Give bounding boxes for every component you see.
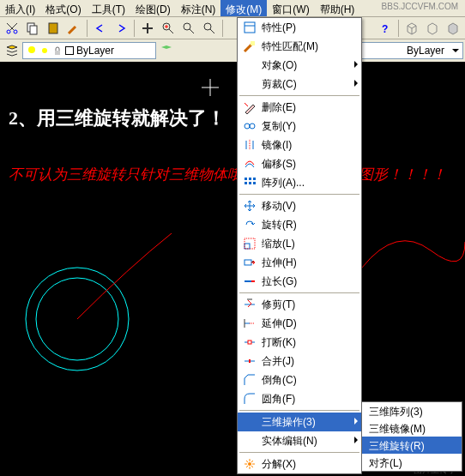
svg-text:?: ? xyxy=(382,23,388,35)
menu-item-延伸[interactable]: 延伸(D) xyxy=(238,314,361,333)
match-button[interactable] xyxy=(64,19,83,38)
zoom-prev-button[interactable] xyxy=(179,19,198,38)
svg-point-20 xyxy=(250,124,255,129)
menu-item-label: 延伸(D) xyxy=(262,316,297,331)
svg-point-9 xyxy=(28,46,35,53)
menu-item-label: 实体编辑(N) xyxy=(262,434,317,449)
menu-item-label: 旋转(R) xyxy=(262,218,297,232)
tutorial-title: 2、用三维旋转就解决了！ xyxy=(9,106,226,131)
submenu-item-对齐[interactable]: 对齐(L) xyxy=(362,454,462,471)
redo-button[interactable] xyxy=(112,19,130,38)
3d-operations-submenu: 三维阵列(3)三维镜像(M)三维旋转(R)对齐(L) xyxy=(361,401,462,472)
layer-prev-button[interactable] xyxy=(157,41,176,60)
menu-item-label: 复制(Y) xyxy=(262,119,296,134)
menu-item-倒角[interactable]: 倒角(C) xyxy=(238,371,361,389)
svg-rect-3 xyxy=(30,26,37,34)
tutorial-note: 不可认为三维旋转只针对三维物体哦，同样适用于平面图形！！！！ xyxy=(9,165,446,185)
menu-工具[interactable]: 工具(T) xyxy=(87,0,130,16)
svg-rect-11 xyxy=(55,51,60,55)
layer-dropdown[interactable]: ByLayer xyxy=(22,42,156,59)
menu-item-特性[interactable]: 特性(P) xyxy=(238,18,361,37)
menu-窗口[interactable]: 窗口(W) xyxy=(267,0,314,16)
menu-item-打断[interactable]: 打断(K) xyxy=(238,333,361,352)
zoom-button[interactable] xyxy=(159,19,178,38)
menu-item-label: 三维操作(3) xyxy=(262,415,316,430)
menu-item-label: 移动(V) xyxy=(262,199,296,214)
menu-item-label: 特性匹配(M) xyxy=(262,39,318,54)
svg-point-0 xyxy=(7,30,10,33)
paste-button[interactable] xyxy=(44,19,63,38)
menu-item-特性匹配[interactable]: 特性匹配(M) xyxy=(238,37,361,56)
match-icon xyxy=(241,39,258,53)
menu-item-偏移[interactable]: 偏移(S) xyxy=(238,154,361,173)
menu-item-label: 倒角(C) xyxy=(262,373,297,388)
menu-绘图[interactable]: 绘图(D) xyxy=(130,0,176,16)
svg-point-19 xyxy=(245,124,250,129)
fillet-icon xyxy=(241,392,258,406)
menu-item-删除[interactable]: 删除(E) xyxy=(238,98,361,117)
svg-point-32 xyxy=(248,462,251,466)
menu-格式[interactable]: 格式(O) xyxy=(40,0,86,16)
blank-icon xyxy=(241,434,258,448)
submenu-item-三维阵列[interactable]: 三维阵列(3) xyxy=(362,402,462,419)
layer-manager-button[interactable] xyxy=(3,41,21,60)
menu-item-label: 拉伸(H) xyxy=(262,256,297,270)
svg-rect-22 xyxy=(245,178,247,180)
menu-帮助[interactable]: 帮助(H) xyxy=(315,0,360,16)
cut-button[interactable] xyxy=(3,19,21,38)
menu-item-分解[interactable]: 分解(X) xyxy=(238,455,361,473)
blank-icon xyxy=(241,415,258,429)
cube3-button[interactable] xyxy=(444,19,462,38)
menu-item-修剪[interactable]: 修剪(T) xyxy=(238,295,361,314)
menu-item-label: 对象(O) xyxy=(262,58,297,73)
extend-icon xyxy=(241,316,258,330)
menu-item-拉长[interactable]: 拉长(G) xyxy=(238,272,361,291)
menu-item-圆角[interactable]: 圆角(F) xyxy=(238,389,361,408)
cube2-button[interactable] xyxy=(423,19,442,38)
svg-rect-31 xyxy=(248,340,251,344)
join-icon xyxy=(241,354,258,368)
submenu-item-三维旋转[interactable]: 三维旋转(R) xyxy=(362,437,462,454)
trim-icon xyxy=(241,298,258,311)
copy-button[interactable] xyxy=(23,19,42,38)
cube1-button[interactable] xyxy=(402,19,421,38)
undo-button[interactable] xyxy=(91,19,110,38)
svg-rect-18 xyxy=(251,41,255,45)
menu-标注[interactable]: 标注(N) xyxy=(176,0,221,16)
menu-item-label: 分解(X) xyxy=(262,457,296,472)
menu-item-label: 偏移(S) xyxy=(262,157,296,172)
menu-item-旋转[interactable]: 旋转(R) xyxy=(238,215,361,234)
blank-icon xyxy=(241,58,258,72)
copy-icon xyxy=(241,119,258,133)
explode-icon xyxy=(241,457,258,471)
menu-item-移动[interactable]: 移动(V) xyxy=(238,196,361,215)
erase-icon xyxy=(241,100,258,114)
pan-button[interactable] xyxy=(138,19,157,38)
scale-icon xyxy=(241,237,258,250)
menu-item-剪裁[interactable]: 剪裁(C) xyxy=(238,75,361,93)
lengthen-icon xyxy=(241,274,258,288)
menu-item-合并[interactable]: 合并(J) xyxy=(238,352,361,371)
menu-item-缩放[interactable]: 缩放(L) xyxy=(238,234,361,253)
menu-item-复制[interactable]: 复制(Y) xyxy=(238,117,361,136)
menu-插入[interactable]: 插入(I) xyxy=(0,0,40,16)
menu-item-label: 阵列(A)... xyxy=(262,176,305,190)
zoom-win-button[interactable] xyxy=(200,19,219,38)
menu-item-阵列[interactable]: 阵列(A)... xyxy=(238,173,361,192)
blank-icon xyxy=(241,77,258,91)
menu-item-镜像[interactable]: 镜像(I) xyxy=(238,136,361,154)
menu-item-label: 删除(E) xyxy=(262,100,296,115)
lock-icon xyxy=(52,45,63,56)
svg-rect-27 xyxy=(253,182,256,184)
help-button[interactable]: ? xyxy=(376,19,395,38)
menu-item-对象[interactable]: 对象(O) xyxy=(238,56,361,75)
stretch-icon xyxy=(241,256,258,269)
menu-item-三维操作[interactable]: 三维操作(3) xyxy=(238,413,361,431)
svg-point-7 xyxy=(204,23,211,30)
move-icon xyxy=(241,199,258,213)
menu-修改[interactable]: 修改(M) xyxy=(220,0,267,16)
submenu-item-三维镜像[interactable]: 三维镜像(M) xyxy=(362,419,462,437)
menu-item-实体编辑[interactable]: 实体编辑(N) xyxy=(238,431,361,450)
mirror-icon xyxy=(241,138,258,152)
menu-item-拉伸[interactable]: 拉伸(H) xyxy=(238,253,361,272)
